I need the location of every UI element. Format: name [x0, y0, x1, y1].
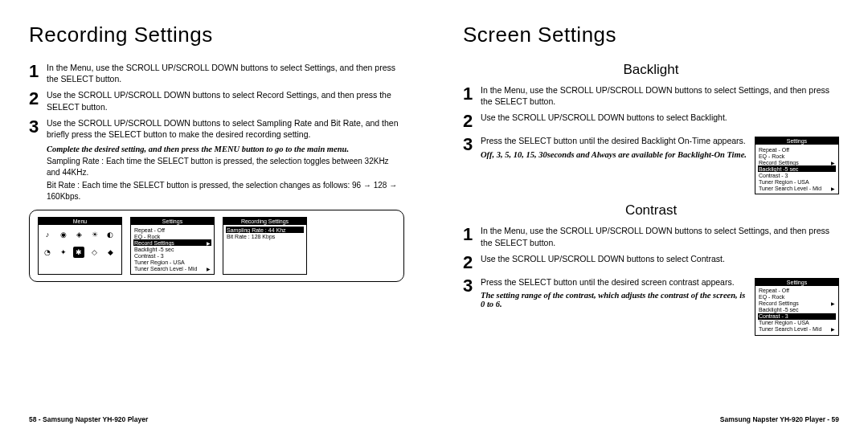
screen-line: Contrast - 3: [758, 172, 836, 178]
screen-line: Bit Rate : 128 Kbps: [226, 233, 304, 239]
subnote-bitrate: Bit Rate : Each time the SELECT button i…: [47, 180, 404, 202]
screen-settings-backlight: Settings Repeat - OffEQ - RockRecord Set…: [755, 137, 839, 194]
screen-header: Menu: [39, 218, 121, 225]
screen-body-backlight: Repeat - OffEQ - RockRecord Settings▶Bac…: [755, 145, 838, 194]
step-2: 2 Use the SCROLL UP/SCROLL DOWN buttons …: [29, 89, 404, 112]
menu-icon: ✦: [58, 247, 69, 258]
step-number: 2: [29, 89, 47, 108]
step-text: Use the SCROLL UP/SCROLL DOWN buttons to…: [481, 253, 839, 264]
screen-line: Tuner Region - USA: [758, 320, 836, 326]
screen-body-recording: Sampling Rate : 44 KhzBit Rate : 128 Kbp…: [223, 225, 306, 265]
screen-header: Recording Settings: [223, 218, 306, 225]
screens-container: Menu ♪ ◉ ◈ ☀ ◐ ◔ ✦ ✱ ◇ ◆ Settings Repeat…: [29, 210, 404, 282]
step-text: Use the SCROLL UP/SCROLL DOWN buttons to…: [481, 112, 839, 123]
screen-line: Tuner Search Level - Mid▶: [758, 326, 836, 333]
screen-header: Settings: [755, 137, 838, 145]
backlight-step-3: 3 Press the SELECT button until the desi…: [463, 135, 839, 194]
screen-settings: Settings Repeat - OffEQ - RockRecord Set…: [130, 217, 215, 275]
screen-body-settings: Repeat - OffEQ - RockRecord Settings▶Bac…: [131, 225, 214, 274]
step-text: In the Menu, use the SCROLL UP/SCROLL DO…: [481, 225, 839, 247]
screen-recording: Recording Settings Sampling Rate : 44 Kh…: [223, 217, 307, 275]
subnote-sampling: Sampling Rate : Each time the SELECT but…: [47, 156, 404, 178]
contrast-step-3: 3 Press the SELECT button until the desi…: [463, 276, 839, 336]
page-title: Recording Settings: [29, 22, 404, 47]
step-text: Use the SCROLL UP/SCROLL DOWN buttons to…: [47, 117, 404, 140]
step-number: 1: [463, 84, 481, 103]
menu-icon: ◐: [104, 229, 116, 240]
step-number: 2: [463, 112, 481, 130]
step-number: 2: [463, 253, 481, 272]
step-3: 3 Use the SCROLL UP/SCROLL DOWN buttons …: [29, 117, 404, 140]
screen-line: Contrast - 3: [758, 313, 836, 320]
menu-icon-selected: ✱: [73, 247, 84, 258]
menu-icon: ◔: [42, 247, 53, 258]
step-number: 3: [463, 276, 481, 295]
page-spread: Recording Settings 1 In the Menu, use th…: [0, 0, 868, 433]
step-number: 1: [463, 225, 481, 243]
menu-icon: ◉: [58, 229, 69, 240]
screen-line: Record Settings▶: [758, 300, 836, 307]
menu-icon: ♪: [42, 229, 53, 240]
screen-line: Tuner Search Level - Mid▶: [758, 185, 836, 191]
page-left: Recording Settings 1 In the Menu, use th…: [0, 0, 434, 433]
note-italic: Off, 3, 5, 10, 15, 30seconds and Always …: [481, 150, 747, 159]
step-text: Press the SELECT button until the desire…: [481, 276, 747, 288]
page-footer: Samsung Napster YH-920 Player - 59: [720, 415, 839, 423]
step-text: Press the SELECT button until the desire…: [481, 135, 747, 146]
page-right: Screen Settings Backlight 1 In the Menu,…: [434, 0, 868, 433]
menu-icon: ◇: [89, 247, 100, 258]
contrast-step-1: 1 In the Menu, use the SCROLL UP/SCROLL …: [463, 225, 839, 247]
screen-line: Backlight -5 sec: [758, 307, 836, 313]
screen-settings-contrast: Settings Repeat - OffEQ - RockRecord Set…: [755, 278, 839, 336]
note-italic: Complete the desired setting, and then p…: [47, 145, 404, 153]
screen-line: Record Settings▶: [758, 159, 836, 165]
screen-header: Settings: [131, 218, 214, 225]
screen-line: EQ - Rock: [133, 233, 211, 239]
page-footer: 58 - Samsung Napster YH-920 Player: [29, 415, 148, 423]
screen-line: Sampling Rate : 44 Khz: [226, 227, 304, 233]
section-subtitle-contrast: Contrast: [463, 202, 839, 219]
screen-line: Contrast - 3: [133, 252, 211, 259]
screen-body-contrast: Repeat - OffEQ - RockRecord Settings▶Bac…: [755, 286, 838, 335]
screen-line: Tuner Region - USA: [758, 178, 836, 185]
step-number: 1: [29, 62, 47, 80]
contrast-step-2: 2 Use the SCROLL UP/SCROLL DOWN buttons …: [463, 253, 839, 272]
screen-line: Tuner Region - USA: [133, 259, 211, 265]
menu-icon: ☀: [89, 229, 100, 240]
screen-header: Settings: [755, 279, 838, 286]
step-text: Use the SCROLL UP/SCROLL DOWN buttons to…: [47, 89, 404, 112]
screen-line: Backlight -5 sec: [758, 165, 836, 172]
backlight-step-1: 1 In the Menu, use the SCROLL UP/SCROLL …: [463, 84, 839, 107]
screen-menu: Menu ♪ ◉ ◈ ☀ ◐ ◔ ✦ ✱ ◇ ◆: [38, 217, 122, 275]
step-number: 3: [29, 117, 47, 136]
step-1: 1 In the Menu, use the SCROLL UP/SCROLL …: [29, 62, 404, 84]
menu-icon: ◆: [104, 247, 116, 258]
screen-line: Record Settings▶: [133, 239, 211, 246]
screen-line: EQ - Rock: [758, 294, 836, 300]
section-subtitle-backlight: Backlight: [463, 62, 839, 78]
screen-line: Tuner Search Level - Mid▶: [133, 265, 211, 272]
screen-line: Repeat - Off: [758, 288, 836, 294]
step-text: In the Menu, use the SCROLL UP/SCROLL DO…: [47, 62, 404, 84]
page-title: Screen Settings: [463, 22, 839, 47]
backlight-step-2: 2 Use the SCROLL UP/SCROLL DOWN buttons …: [463, 112, 839, 130]
screen-line: Repeat - Off: [758, 146, 836, 153]
menu-icon: ◈: [73, 229, 84, 240]
screen-line: EQ - Rock: [758, 153, 836, 159]
step-number: 3: [463, 135, 481, 153]
screen-line: Repeat - Off: [133, 227, 211, 233]
note-italic: The setting range of the contrast, which…: [481, 291, 747, 308]
screen-line: Backlight -5 sec: [133, 246, 211, 252]
step-text: In the Menu, use the SCROLL UP/SCROLL DO…: [481, 84, 839, 107]
